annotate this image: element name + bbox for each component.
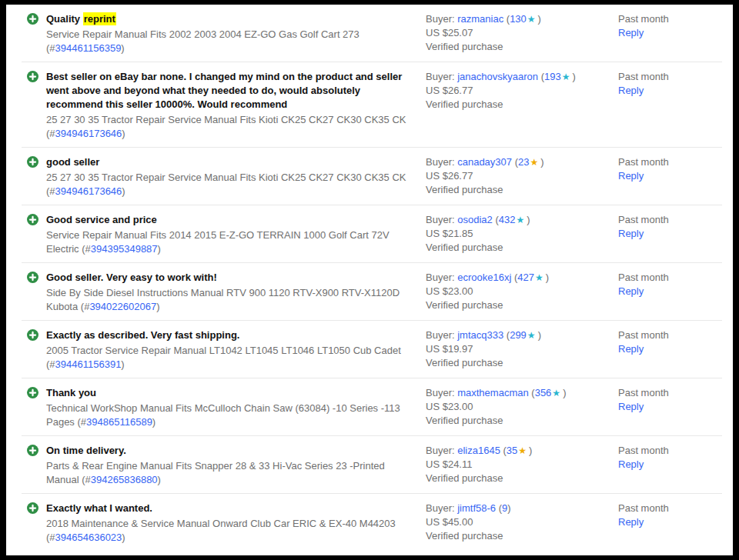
item-number-link[interactable]: 394461156359 [55, 42, 122, 54]
buyer-cell: Buyer: jimtf58-6 (9) US $45.00 Verified … [426, 502, 618, 545]
feedback-title: Good service and price [46, 213, 415, 227]
buyer-username-link[interactable]: eliza1645 [457, 445, 500, 456]
item-number-link[interactable]: 394461156391 [55, 358, 122, 370]
item-number-wrap: (#394461156391) [46, 358, 125, 370]
reply-link[interactable]: Reply [618, 84, 644, 98]
reply-link[interactable]: Reply [618, 26, 644, 40]
item-number-close-paren: ) [121, 358, 124, 370]
positive-feedback-icon [27, 156, 38, 168]
verified-purchase-label: Verified purchase [426, 472, 618, 485]
time-period-label: Past month [618, 12, 733, 26]
time-period-label: Past month [618, 271, 733, 285]
buyer-line: Buyer: canaday307 (23★) [426, 155, 618, 169]
feedback-title-text: Good service and price [46, 214, 157, 225]
buyer-username-link[interactable]: jimtf58-6 [457, 502, 496, 514]
price: US $21.85 [426, 227, 618, 241]
item-number-wrap: (#394654636023) [46, 532, 125, 543]
item-number-wrap: (#394946173646) [46, 185, 125, 197]
item-description: Technical WorkShop Manual Fits McCulloch… [46, 402, 415, 429]
positive-feedback-icon [27, 387, 38, 398]
feedback-title: On time delivery. [46, 444, 415, 458]
reply-link[interactable]: Reply [618, 400, 644, 414]
buyer-line: Buyer: osodia2 (432★) [426, 213, 618, 227]
feedback-title: Exactly as described. Very fast shipping… [46, 328, 415, 342]
feedback-icon-cell [27, 502, 46, 545]
feedback-count-link[interactable]: 23 [518, 156, 529, 168]
item-number-link[interactable]: 394022602067 [89, 301, 156, 312]
price: US $24.11 [426, 458, 618, 472]
item-number-close-paren: ) [158, 243, 161, 255]
feedback-count-link[interactable]: 356 [535, 387, 552, 398]
buyer-username-link[interactable]: ecrooke16xj [457, 272, 511, 283]
buyer-line: Buyer: maxthemacman (356★) [426, 386, 618, 400]
meta-cell: Past month Reply [618, 213, 733, 256]
buyer-username-link[interactable]: maxthemacman [457, 387, 528, 398]
reply-link[interactable]: Reply [618, 169, 644, 183]
item-number-link[interactable]: 394265836880 [91, 474, 158, 485]
item-number-open-paren: (# [81, 301, 90, 312]
reply-link[interactable]: Reply [618, 285, 644, 298]
reply-link[interactable]: Reply [618, 458, 644, 472]
reply-link[interactable]: Reply [618, 227, 644, 241]
time-period-label: Past month [618, 213, 733, 227]
feedback-count-link[interactable]: 193 [544, 71, 561, 82]
price: US $45.00 [426, 515, 618, 529]
reply-link[interactable]: Reply [618, 515, 644, 529]
feedback-count-link[interactable]: 427 [517, 272, 534, 283]
buyer-cell: Buyer: jmtacq333 (299★) US $19.97 Verifi… [426, 328, 618, 372]
verified-purchase-label: Verified purchase [426, 40, 618, 54]
item-number-close-paren: ) [152, 416, 155, 428]
item-number-link[interactable]: 394946173646 [55, 128, 122, 139]
feedback-star-icon: ★ [535, 272, 543, 283]
feedback-row: Best seller on eBay bar none. I changed … [6, 62, 733, 148]
buyer-cell: Buyer: canaday307 (23★) US $26.77 Verifi… [426, 155, 618, 198]
buyer-cell: Buyer: maxthemacman (356★) US $23.00 Ver… [426, 386, 618, 429]
feedback-icon-cell [27, 155, 46, 198]
reply-link[interactable]: Reply [618, 342, 644, 356]
meta-cell: Past month Reply [618, 444, 733, 487]
count-close-paren: ) [563, 387, 566, 398]
buyer-username-link[interactable]: jmtacq333 [457, 329, 503, 341]
feedback-count-link[interactable]: 432 [499, 214, 516, 225]
item-description: Side By Side Diesel Instructions Manual … [46, 286, 415, 314]
feedback-content: Exactly what I wanted. 2018 Maintenance … [46, 502, 426, 545]
buyer-username-link[interactable]: razmaniac [457, 13, 503, 25]
feedback-icon-cell [27, 328, 46, 372]
search-highlight: reprint [83, 12, 116, 25]
meta-cell: Past month Reply [618, 328, 733, 372]
verified-purchase-label: Verified purchase [426, 183, 618, 197]
item-number-open-paren: (# [82, 243, 91, 255]
feedback-icon-cell [27, 213, 46, 256]
item-description: Parts & Rear Engine Manual Fits Snapper … [46, 459, 415, 487]
item-description: 25 27 30 35 Tractor Repair Service Manua… [46, 171, 415, 198]
feedback-title-text: Thank you [46, 387, 96, 398]
item-number-close-paren: ) [156, 301, 159, 312]
item-number-link[interactable]: 394946173646 [55, 185, 122, 197]
positive-feedback-icon [27, 272, 38, 283]
feedback-icon-cell [27, 12, 46, 55]
item-number-close-paren: ) [122, 185, 125, 197]
feedback-count-link[interactable]: 130 [510, 13, 527, 25]
price: US $26.77 [426, 169, 618, 183]
buyer-username-link[interactable]: osodia2 [457, 214, 493, 225]
feedback-icon-cell [27, 386, 46, 429]
item-description: Service Repair Manual Fits 2002 2003 200… [46, 28, 415, 55]
buyer-username-link[interactable]: canaday307 [457, 156, 512, 168]
feedback-title: Good seller. Very easy to work with! [46, 271, 415, 285]
item-number-link[interactable]: 394865116589 [86, 416, 152, 428]
feedback-count-link[interactable]: 35 [507, 445, 517, 456]
feedback-count-link[interactable]: 299 [510, 329, 527, 341]
feedback-title-text: Exactly what I wanted. [46, 502, 152, 514]
feedback-row: Exactly what I wanted. 2018 Maintenance … [6, 494, 733, 552]
item-number-wrap: (#394022602067) [81, 301, 160, 312]
buyer-username-link[interactable]: janachovskyaaron [457, 71, 538, 82]
item-number-link[interactable]: 394395349887 [91, 243, 158, 255]
count-close-paren: ) [507, 502, 510, 514]
positive-feedback-icon [27, 445, 38, 456]
buyer-label: Buyer: [426, 387, 455, 398]
time-period-label: Past month [618, 386, 733, 400]
item-number-link[interactable]: 394654636023 [55, 532, 122, 543]
count-close-paren: ) [540, 156, 543, 168]
verified-purchase-label: Verified purchase [426, 241, 618, 255]
count-close-paren: ) [546, 272, 549, 283]
